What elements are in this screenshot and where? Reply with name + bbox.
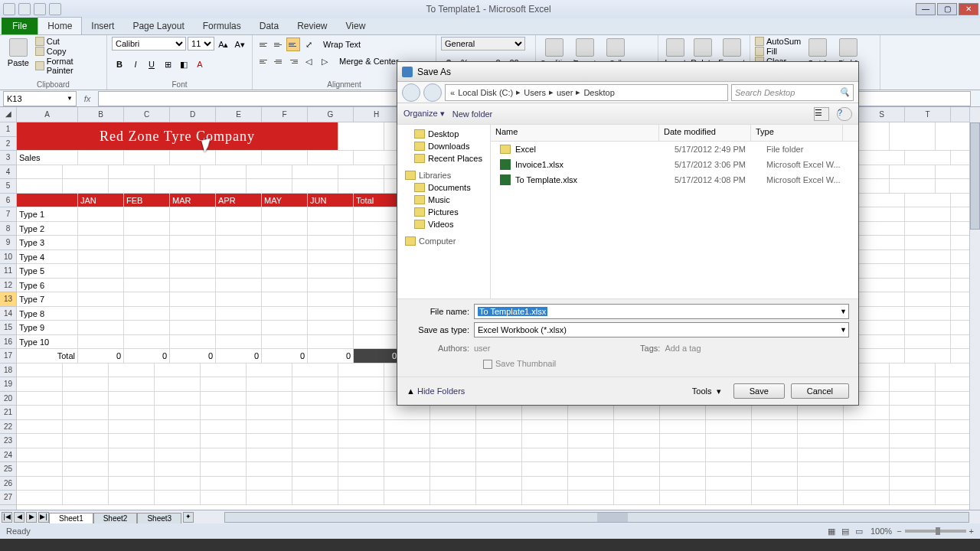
cell[interactable] bbox=[338, 179, 384, 193]
cell[interactable] bbox=[308, 292, 354, 306]
cell[interactable] bbox=[17, 364, 63, 377]
cell[interactable] bbox=[155, 477, 201, 491]
cell[interactable] bbox=[155, 448, 201, 462]
cell[interactable] bbox=[292, 462, 338, 476]
cell[interactable] bbox=[859, 264, 905, 278]
cell[interactable] bbox=[905, 321, 951, 334]
cell[interactable] bbox=[247, 179, 292, 193]
cell[interactable] bbox=[798, 420, 844, 434]
copy-button[interactable]: Copy bbox=[35, 47, 102, 56]
cell[interactable] bbox=[430, 477, 476, 491]
cell[interactable] bbox=[124, 222, 170, 236]
fill-button[interactable]: Fill bbox=[755, 47, 801, 56]
cell[interactable]: JAN bbox=[78, 194, 124, 207]
cell[interactable] bbox=[63, 364, 109, 377]
cell[interactable] bbox=[63, 434, 109, 448]
minimize-button[interactable]: — bbox=[916, 3, 936, 15]
column-header[interactable]: D bbox=[170, 107, 216, 122]
cell[interactable] bbox=[308, 207, 354, 221]
row-header[interactable]: 13 bbox=[0, 292, 16, 307]
zoom-out-button[interactable]: − bbox=[897, 527, 901, 536]
cell[interactable] bbox=[798, 434, 844, 448]
cell[interactable] bbox=[798, 491, 844, 504]
cell[interactable] bbox=[890, 448, 936, 462]
cell[interactable] bbox=[752, 420, 798, 434]
redo-icon[interactable] bbox=[49, 3, 61, 15]
excel-icon[interactable] bbox=[3, 3, 15, 15]
cell[interactable] bbox=[798, 448, 844, 462]
sheet-tab-3[interactable]: Sheet3 bbox=[137, 513, 181, 523]
cell[interactable] bbox=[109, 406, 155, 419]
cell[interactable] bbox=[568, 477, 614, 491]
tab-insert[interactable]: Insert bbox=[82, 18, 123, 34]
cell[interactable] bbox=[844, 434, 890, 448]
name-box[interactable]: K13▼ bbox=[3, 91, 77, 106]
cell[interactable] bbox=[109, 392, 155, 406]
cell[interactable] bbox=[201, 392, 247, 406]
organize-button[interactable]: Organize ▾ bbox=[403, 109, 445, 119]
cell[interactable]: MAY bbox=[262, 194, 308, 207]
row-header[interactable]: 9 bbox=[0, 236, 16, 250]
cell[interactable] bbox=[308, 151, 354, 165]
cell[interactable] bbox=[568, 434, 614, 448]
cell[interactable] bbox=[262, 236, 308, 249]
select-all-corner[interactable]: ◢ bbox=[0, 107, 16, 122]
cell[interactable] bbox=[170, 222, 216, 236]
cell[interactable] bbox=[844, 406, 890, 419]
cell[interactable] bbox=[63, 448, 109, 462]
cell[interactable]: Total bbox=[17, 349, 78, 363]
cell[interactable] bbox=[430, 406, 476, 419]
cell[interactable] bbox=[706, 448, 752, 462]
cell[interactable] bbox=[247, 448, 292, 462]
cell[interactable] bbox=[155, 491, 201, 504]
cell[interactable] bbox=[522, 462, 568, 476]
cell[interactable] bbox=[308, 321, 354, 334]
zoom-level[interactable]: 100% bbox=[871, 527, 892, 536]
cell[interactable] bbox=[859, 250, 905, 264]
tree-desktop[interactable]: Desktop bbox=[397, 128, 490, 140]
cell[interactable] bbox=[308, 236, 354, 249]
cell[interactable] bbox=[890, 122, 936, 150]
cell[interactable] bbox=[384, 477, 430, 491]
back-button[interactable] bbox=[402, 83, 420, 102]
cell[interactable] bbox=[859, 222, 905, 236]
hide-folders-toggle[interactable]: ▲ Hide Folders bbox=[407, 386, 465, 396]
cell[interactable] bbox=[905, 292, 951, 306]
decrease-font-icon[interactable]: A▾ bbox=[233, 37, 247, 52]
cell[interactable] bbox=[384, 420, 430, 434]
cell[interactable] bbox=[905, 335, 951, 349]
cell[interactable] bbox=[308, 264, 354, 278]
cell[interactable] bbox=[17, 194, 78, 207]
cell[interactable] bbox=[905, 279, 951, 292]
cell[interactable] bbox=[660, 491, 706, 504]
cell[interactable] bbox=[201, 420, 247, 434]
undo-icon[interactable] bbox=[34, 3, 46, 15]
cell[interactable] bbox=[216, 264, 262, 278]
cell[interactable] bbox=[354, 279, 400, 292]
cell[interactable] bbox=[124, 236, 170, 249]
save-icon[interactable] bbox=[18, 3, 31, 15]
cell[interactable] bbox=[292, 392, 338, 406]
cell[interactable] bbox=[614, 406, 660, 419]
column-type[interactable]: Type bbox=[751, 125, 843, 141]
cell[interactable] bbox=[752, 448, 798, 462]
row-header[interactable]: 22 bbox=[0, 420, 16, 435]
row-header[interactable]: 15 bbox=[0, 321, 16, 335]
decrease-indent-button[interactable]: ◁ bbox=[301, 54, 316, 69]
cell[interactable] bbox=[124, 307, 170, 321]
cell[interactable] bbox=[17, 491, 63, 504]
cell[interactable] bbox=[201, 477, 247, 491]
cell[interactable] bbox=[292, 165, 338, 179]
cell[interactable] bbox=[109, 165, 155, 179]
cell[interactable] bbox=[338, 434, 384, 448]
cell[interactable] bbox=[798, 406, 844, 419]
row-header[interactable]: 23 bbox=[0, 434, 16, 448]
row-header[interactable]: 17 bbox=[0, 349, 16, 364]
cell[interactable] bbox=[247, 420, 292, 434]
cell[interactable] bbox=[614, 491, 660, 504]
cell[interactable] bbox=[109, 448, 155, 462]
cell[interactable] bbox=[905, 349, 951, 363]
cell[interactable]: 0 bbox=[262, 349, 308, 363]
cell[interactable] bbox=[262, 321, 308, 334]
cell[interactable] bbox=[17, 377, 63, 391]
